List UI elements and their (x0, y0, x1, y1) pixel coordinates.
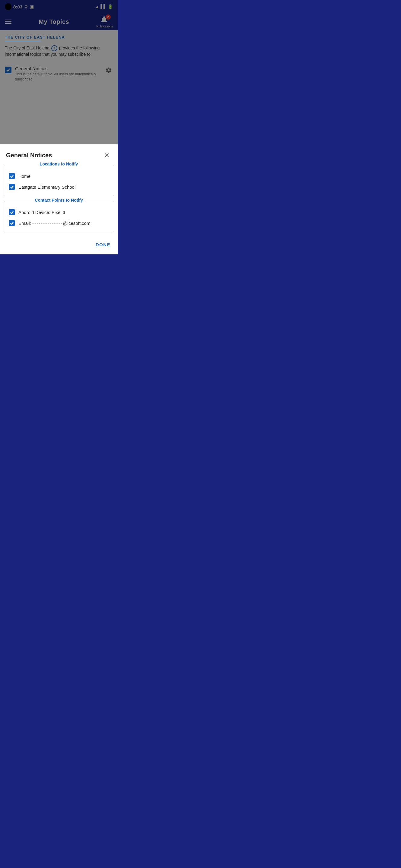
android-checkbox[interactable] (9, 209, 15, 215)
modal-title: General Notices (6, 152, 52, 159)
location-item-school: Eastgate Elementary School (9, 181, 109, 192)
modal-footer: DONE (0, 237, 118, 250)
location-item-home: Home (9, 170, 109, 181)
email-checkbox[interactable] (9, 220, 15, 226)
contact-item-email: Email: ••••••••••••••@icesoft.com (9, 218, 109, 228)
modal-close-button[interactable] (102, 150, 112, 160)
locations-section-label: Locations to Notify (37, 161, 81, 166)
email-redacted: •••••••••••••• (32, 221, 63, 226)
done-button[interactable]: DONE (94, 240, 112, 250)
locations-section: Locations to Notify Home Eastgate Elemen… (4, 165, 114, 196)
contacts-section: Contact Points to Notify Android Device:… (4, 201, 114, 232)
school-label: Eastgate Elementary School (19, 184, 76, 190)
contact-item-android: Android Device: Pixel 3 (9, 207, 109, 218)
contacts-section-label: Contact Points to Notify (32, 198, 85, 203)
home-label: Home (19, 174, 30, 179)
school-checkbox[interactable] (9, 184, 15, 190)
modal-dialog: General Notices Locations to Notify Home… (0, 144, 118, 254)
home-checkbox[interactable] (9, 173, 15, 179)
android-label: Android Device: Pixel 3 (19, 210, 65, 215)
email-domain: @icesoft.com (63, 221, 90, 226)
email-label: Email: ••••••••••••••@icesoft.com (19, 221, 90, 226)
